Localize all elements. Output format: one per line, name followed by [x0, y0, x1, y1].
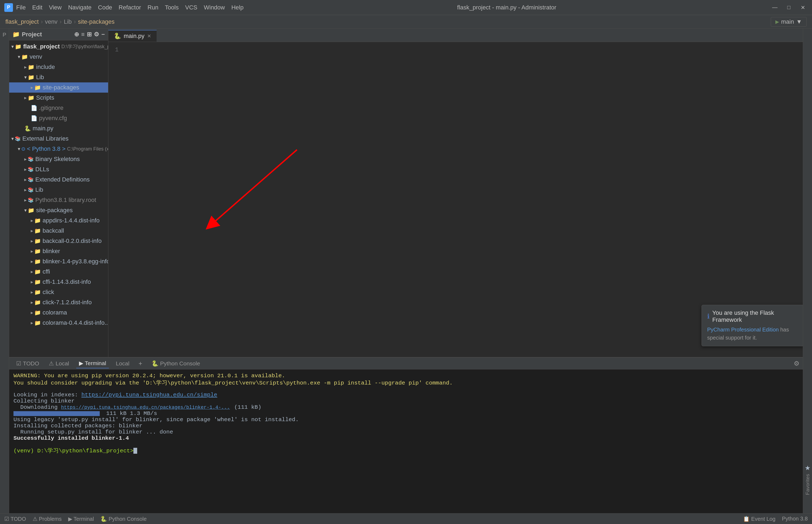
menu-file[interactable]: File	[16, 4, 26, 11]
clickdist-icon: 📁	[34, 299, 41, 306]
status-bar: ☑ TODO ⚠ Problems ▶ Terminal 🐍 Python Co…	[0, 513, 812, 524]
clickdist-label: click-7.1.2.dist-info	[43, 299, 92, 306]
tree-item-python381[interactable]: ▸ 📚 Python3.8.1 library.root	[9, 195, 108, 205]
python381-label: Python3.8.1 library.root	[35, 197, 96, 203]
add-terminal-button[interactable]: +	[137, 360, 144, 367]
tree-item-cffidist[interactable]: ▸ 📁 cffi-1.14.3.dist-info	[9, 277, 108, 287]
tree-item-sitepackages2[interactable]: ▾ 📁 site-packages	[9, 205, 108, 215]
breadcrumb-project[interactable]: flask_project	[5, 18, 39, 25]
breadcrumb-venv[interactable]: venv	[45, 18, 58, 25]
tree-item-click[interactable]: ▸ 📁 click	[9, 287, 108, 297]
menu-window[interactable]: Window	[204, 4, 225, 11]
python-console-label: Python Console	[160, 360, 200, 367]
gitignore-label: .gitignore	[39, 104, 64, 112]
status-python-console[interactable]: 🐍 Python Console	[100, 515, 147, 522]
menu-help[interactable]: Help	[231, 4, 243, 11]
tree-item-site-packages[interactable]: ▸ 📁 site-packages	[9, 82, 108, 93]
menu-refactor[interactable]: Refactor	[118, 4, 141, 11]
tree-item-mainpy[interactable]: 🐍 main.py	[9, 123, 108, 134]
arrow-icon: ▸	[24, 166, 27, 172]
tree-item-appdirs[interactable]: ▸ 📁 appdirs-1.4.4.dist-info	[9, 215, 108, 226]
tree-item-clickdist[interactable]: ▸ 📁 click-7.1.2.dist-info	[9, 297, 108, 308]
tree-item-python38[interactable]: ▾ ⊙ < Python 3.8 > C:\Program Files (x86…	[9, 144, 108, 154]
tree-item-coloramadist[interactable]: ▸ 📁 colorama-0.4.4.dist-info...	[9, 318, 108, 328]
arrow-icon: ▸	[31, 310, 33, 315]
tree-item-dlls[interactable]: ▸ 📚 DLLs	[9, 164, 108, 175]
notification-popup: ℹ You are using the Flask Framework PyCh…	[701, 305, 804, 346]
tab-python-console[interactable]: 🐍 Python Console	[149, 359, 203, 369]
tree-item-cffi[interactable]: ▸ 📁 cffi	[9, 266, 108, 277]
breadcrumb-lib[interactable]: Lib	[64, 18, 72, 25]
minimize-button[interactable]: —	[770, 3, 780, 12]
tab-todo[interactable]: ☑ TODO	[14, 359, 42, 369]
project-sidebar-icon[interactable]: P	[2, 31, 7, 39]
line-numbers: 1	[108, 45, 122, 55]
tree-item-include[interactable]: ▸ 📁 include	[9, 62, 108, 72]
menu-view[interactable]: View	[49, 4, 61, 11]
run-dropdown-icon: ▼	[796, 18, 802, 25]
menu-edit[interactable]: Edit	[32, 4, 42, 11]
menu-navigate[interactable]: Navigate	[68, 4, 92, 11]
download-link[interactable]: https://pypi.tuna.tsinghua.edu.cn/packag…	[61, 405, 230, 410]
annotation-arrow	[108, 42, 812, 331]
tree-item-binskel[interactable]: ▸ 📚 Binary Skeletons	[9, 154, 108, 164]
notification-link[interactable]: PyCharm Professional Edition	[707, 327, 779, 332]
tree-item-scripts[interactable]: ▸ 📁 Scripts	[9, 93, 108, 103]
term-link-1[interactable]: https://pypi.tuna.tsinghua.edu.cn/simple	[81, 392, 217, 398]
editor-tabs: 🐍 main.py ✕	[108, 29, 812, 42]
tree-item-lib2[interactable]: ▸ 📚 Lib	[9, 185, 108, 195]
status-problems[interactable]: ⚠ Problems	[33, 515, 62, 522]
collapse-icon[interactable]: −	[101, 31, 105, 38]
tree-item-extdefs[interactable]: ▸ 📚 Extended Definitions	[9, 175, 108, 185]
run-config-button[interactable]: ▶ main ▼	[771, 17, 807, 27]
menu-bar[interactable]: File Edit View Navigate Code Refactor Ru…	[16, 4, 244, 11]
term-progress-bar: 111 kB 1.3 MB/s	[14, 410, 808, 416]
arrow-icon: ▸	[31, 259, 33, 264]
menu-code[interactable]: Code	[98, 4, 112, 11]
status-event-log[interactable]: 📋 Event Log	[743, 515, 776, 522]
favorites-label[interactable]: Favorites	[805, 472, 811, 497]
menu-tools[interactable]: Tools	[165, 4, 179, 11]
tree-item-venv[interactable]: ▾ 📁 venv	[9, 52, 108, 62]
tree-item-blinker[interactable]: ▸ 📁 blinker	[9, 246, 108, 256]
cffi-label: cffi	[43, 268, 50, 275]
tree-item-colorama[interactable]: ▸ 📁 colorama	[9, 308, 108, 318]
backcall-icon: 📁	[34, 228, 41, 234]
project-header-icons: ⊕ ≡ ⊞ ⚙ −	[74, 31, 105, 38]
tree-item-extlibs[interactable]: ▾ 📚 External Libraries	[9, 134, 108, 144]
split-icon[interactable]: ⊞	[87, 31, 92, 38]
status-todo[interactable]: ☑ TODO	[4, 515, 26, 522]
menu-run[interactable]: Run	[147, 4, 158, 11]
flask-project-path: D:\学习\python\flask_project	[61, 43, 108, 50]
backcalldist-label: backcall-0.2.0.dist-info	[43, 238, 101, 245]
sync-icon[interactable]: ⊕	[74, 31, 79, 38]
tree-item-blinkerdist[interactable]: ▸ 📁 blinker-1.4-py3.8.egg-info	[9, 256, 108, 266]
list-icon[interactable]: ≡	[81, 31, 85, 38]
backcall-label: backcall	[43, 227, 64, 234]
arrow-icon: ▸	[24, 197, 27, 203]
arrow-icon: ▸	[31, 248, 33, 254]
tab-terminal[interactable]: ▶ Terminal	[76, 359, 109, 369]
tree-item-gitignore[interactable]: 📄 .gitignore	[9, 103, 108, 113]
tree-item-lib[interactable]: ▾ 📁 Lib	[9, 72, 108, 82]
tab-mainpy[interactable]: 🐍 main.py ✕	[108, 30, 157, 42]
local-label: Local	[116, 360, 129, 367]
local-tab[interactable]: Local	[113, 359, 132, 369]
settings-icon[interactable]: ⚙	[794, 360, 800, 367]
status-terminal[interactable]: ▶ Terminal	[68, 515, 94, 522]
breadcrumb-sitepackages[interactable]: site-packages	[78, 18, 114, 25]
tree-item-backcall[interactable]: ▸ 📁 backcall	[9, 226, 108, 236]
arrow-icon: ▸	[31, 238, 33, 244]
maximize-button[interactable]: □	[784, 3, 794, 12]
menu-vcs[interactable]: VCS	[185, 4, 197, 11]
settings-icon[interactable]: ⚙	[94, 31, 99, 38]
terminal-label: Terminal	[85, 360, 106, 366]
tab-close-button[interactable]: ✕	[147, 33, 151, 39]
python-icon: ⊙	[21, 146, 25, 152]
tab-problems[interactable]: ⚠ Local	[46, 359, 72, 369]
tree-item-backcalldist[interactable]: ▸ 📁 backcall-0.2.0.dist-info	[9, 236, 108, 246]
tree-item-pyvenv[interactable]: 📄 pyvenv.cfg	[9, 113, 108, 123]
mainpy-tab-icon: 🐍	[114, 33, 121, 39]
close-button[interactable]: ✕	[798, 3, 808, 12]
tree-item-flask-project[interactable]: ▾ 📁 flask_project D:\学习\python\flask_pro…	[9, 42, 108, 52]
